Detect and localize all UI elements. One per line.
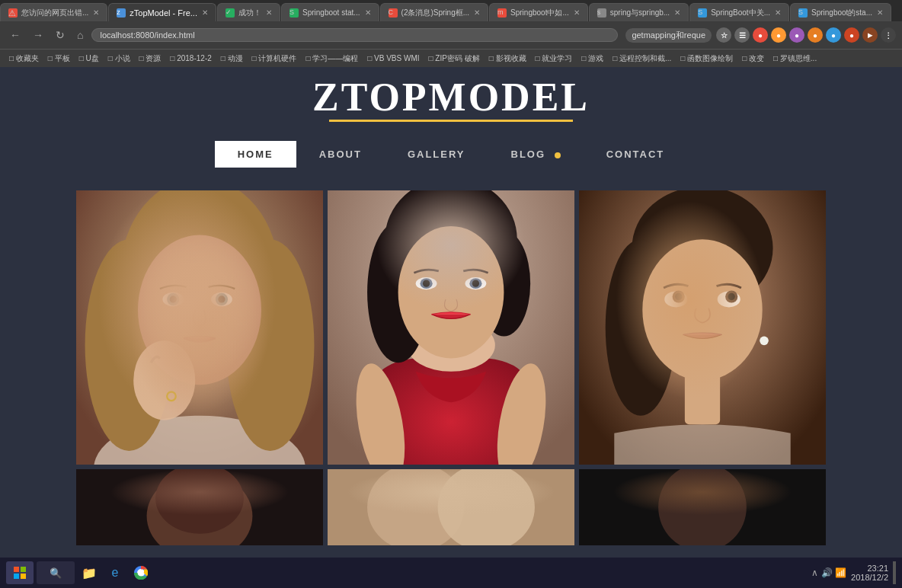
toolbar-icon-7[interactable]: ▶ bbox=[862, 27, 878, 43]
photo-grid bbox=[0, 190, 902, 545]
bookmark-15[interactable]: □ 远程控制和截... bbox=[609, 53, 674, 65]
photo-card-3[interactable] bbox=[579, 190, 826, 465]
browser-tab-7[interactable]: s spring与springb... ✕ bbox=[589, 3, 689, 21]
browser-tab-8[interactable]: S SpringBoot中关... ✕ bbox=[689, 3, 789, 21]
svg-point-38 bbox=[728, 293, 735, 300]
svg-rect-28 bbox=[579, 190, 826, 465]
browser-tab-9[interactable]: S Springboot的sta... ✕ bbox=[790, 3, 891, 21]
toolbar-icon-6[interactable]: ● bbox=[844, 27, 859, 43]
tab-close-8[interactable]: ✕ bbox=[775, 8, 781, 17]
tab-close-5[interactable]: ✕ bbox=[474, 8, 480, 17]
photo-3 bbox=[579, 190, 826, 465]
svg-point-32 bbox=[642, 239, 762, 380]
tab-label-1: 您访问的网页出错... bbox=[21, 8, 88, 18]
tab-close-3[interactable]: ✕ bbox=[266, 8, 272, 17]
browser-tab-6[interactable]: m Springboot中如... ✕ bbox=[489, 3, 588, 21]
tab-favicon-2: z bbox=[117, 8, 126, 18]
nav-about[interactable]: ABOUT bbox=[296, 141, 385, 168]
toolbar-icon-3[interactable]: ● bbox=[789, 27, 804, 43]
bookmark-2[interactable]: □ 平板 bbox=[45, 53, 73, 65]
tab-label-7: spring与springb... bbox=[610, 8, 670, 18]
forward-button[interactable]: → bbox=[29, 27, 47, 43]
address-bar[interactable]: localhost:8080/index.html bbox=[91, 28, 618, 42]
nav-blog[interactable]: BLOG bbox=[488, 141, 584, 168]
bookmark-3[interactable]: □ U盘 bbox=[76, 53, 102, 65]
back-button[interactable]: ← bbox=[6, 27, 24, 43]
browser-tab-1[interactable]: ⚠ 您访问的网页出错... ✕ bbox=[0, 3, 107, 21]
svg-point-15 bbox=[407, 318, 495, 371]
nav-gallery[interactable]: GALLERY bbox=[385, 141, 488, 168]
toolbar-icon-5[interactable]: ● bbox=[826, 27, 841, 43]
svg-point-4 bbox=[226, 239, 315, 451]
bookmark-7[interactable]: □ 动漫 bbox=[218, 53, 246, 65]
bookmark-17[interactable]: □ 改变 bbox=[739, 53, 767, 65]
tab-label-9: Springboot的sta... bbox=[811, 8, 872, 18]
tab-close-2[interactable]: ✕ bbox=[202, 8, 208, 17]
toolbar-icon-2[interactable]: ● bbox=[771, 27, 786, 43]
bookmark-18[interactable]: □ 罗镇思维... bbox=[770, 53, 820, 65]
svg-point-19 bbox=[398, 226, 504, 359]
bookmark-4[interactable]: □ 小说 bbox=[105, 53, 133, 65]
svg-point-7 bbox=[167, 293, 179, 305]
browser-tab-3[interactable]: ✓ 成功！ ✕ bbox=[217, 3, 280, 21]
browser-tab-4[interactable]: S Springboot stat... ✕ bbox=[281, 3, 379, 21]
photo-card-4[interactable] bbox=[76, 469, 323, 545]
browser-tab-2[interactable]: z zTopModel - Fre... ✕ bbox=[108, 3, 216, 21]
browser-toolbar: ← → ↻ ⌂ localhost:8080/index.html getmap… bbox=[0, 21, 902, 49]
bookmark-10[interactable]: □ VB VBS WMI bbox=[364, 53, 422, 63]
svg-point-12 bbox=[133, 340, 195, 420]
tab-close-9[interactable]: ✕ bbox=[877, 8, 883, 17]
tab-close-4[interactable]: ✕ bbox=[365, 8, 371, 17]
bookmark-6[interactable]: □ 2018-12-2 bbox=[167, 53, 214, 63]
svg-point-30 bbox=[606, 239, 676, 415]
site-logo: zTopModel bbox=[0, 75, 902, 120]
bookmark-12[interactable]: □ 影视收藏 bbox=[486, 53, 529, 65]
nav-contact[interactable]: CONTACT bbox=[584, 141, 688, 168]
browser-chrome: ⚠ 您访问的网页出错... ✕ z zTopModel - Fre... ✕ ✓… bbox=[0, 0, 902, 67]
tab-label-4: Springboot stat... bbox=[302, 8, 360, 17]
svg-point-9 bbox=[211, 292, 232, 307]
photo-card-1[interactable] bbox=[76, 190, 323, 465]
bookmark-1[interactable]: □ 收藏夹 bbox=[6, 53, 42, 65]
photo-card-2[interactable] bbox=[328, 190, 574, 465]
svg-point-26 bbox=[348, 360, 413, 465]
bookmark-16[interactable]: □ 函数图像绘制 bbox=[677, 53, 736, 65]
photo-card-5[interactable] bbox=[328, 469, 574, 545]
search-bar-text[interactable]: getmapping和reque bbox=[632, 30, 705, 41]
svg-point-8 bbox=[170, 296, 177, 302]
svg-point-27 bbox=[489, 360, 554, 465]
photo-6 bbox=[579, 469, 826, 545]
bookmark-13[interactable]: □ 就业学习 bbox=[533, 53, 576, 65]
svg-point-47 bbox=[658, 469, 747, 545]
toolbar-icon-menu[interactable]: ⋮ bbox=[881, 27, 896, 43]
browser-tab-5[interactable]: C (2条消息)Spring框... ✕ bbox=[380, 3, 488, 21]
svg-point-17 bbox=[367, 222, 429, 363]
reload-button[interactable]: ↻ bbox=[52, 27, 69, 43]
photo-4 bbox=[76, 469, 323, 545]
nav-home[interactable]: HOME bbox=[215, 141, 296, 168]
svg-rect-31 bbox=[685, 372, 720, 424]
svg-rect-46 bbox=[579, 469, 826, 545]
bookmark-8[interactable]: □ 计算机硬件 bbox=[249, 53, 300, 65]
toolbar-icon-bookmark[interactable]: ☰ bbox=[734, 27, 750, 43]
tab-label-5: (2条消息)Spring框... bbox=[401, 8, 469, 18]
svg-point-6 bbox=[162, 292, 184, 307]
toolbar-icon-4[interactable]: ● bbox=[808, 27, 823, 43]
address-text: localhost:8080/index.html bbox=[100, 30, 194, 40]
toolbar-icon-star[interactable]: ☆ bbox=[716, 27, 731, 43]
photo-card-6[interactable] bbox=[579, 469, 826, 545]
tab-close-6[interactable]: ✕ bbox=[574, 8, 580, 17]
home-button[interactable]: ⌂ bbox=[73, 27, 87, 43]
tab-close-7[interactable]: ✕ bbox=[674, 8, 680, 17]
tab-close-1[interactable]: ✕ bbox=[93, 8, 99, 17]
bookmark-14[interactable]: □ 游戏 bbox=[578, 53, 606, 65]
tab-favicon-1: ⚠ bbox=[8, 8, 18, 18]
bookmark-5[interactable]: □ 资源 bbox=[136, 53, 165, 65]
bookmark-9[interactable]: □ 学习——编程 bbox=[302, 53, 361, 65]
svg-point-23 bbox=[465, 277, 487, 289]
svg-point-44 bbox=[367, 469, 464, 545]
toolbar-icon-1[interactable]: ● bbox=[753, 27, 768, 43]
nav-blog-dot bbox=[555, 152, 561, 158]
svg-rect-40 bbox=[76, 469, 323, 545]
bookmark-11[interactable]: □ ZIP密码 破解 bbox=[426, 53, 483, 65]
